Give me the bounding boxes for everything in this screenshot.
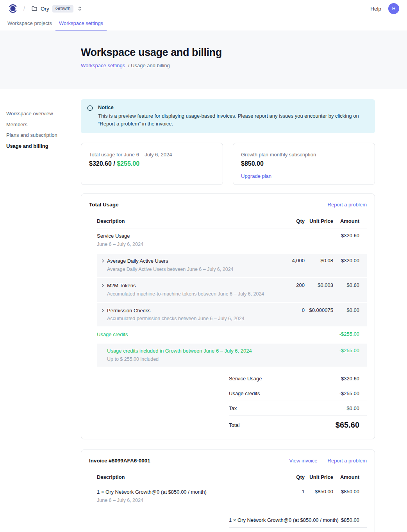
workspace-name: Ory [41,6,49,12]
page-header: Workspace usage and billing Workspace se… [0,30,407,89]
summary-value: $0.00 [346,405,367,411]
breadcrumb-settings-link[interactable]: Workspace settings [81,63,125,68]
row-title: Usage credits [97,331,277,339]
row-qty: 1 [277,489,305,494]
summary-row: Tax $0.00 [229,528,367,532]
invoice-report-problem-link[interactable]: Report a problem [328,458,367,464]
plan-badge: Growth [52,5,74,13]
row-amount: -$255.00 [333,331,367,337]
workspace-tabs: Workspace projects Workspace settings [0,17,407,30]
expand-row-button[interactable] [97,307,107,313]
invoice-table: Description Qty Unit Price Amount 1 × Or… [97,470,367,532]
table-row: Service Usage June 6 – July 6, 2024 $320… [97,229,367,252]
usage-summary: Service Usage $320.60 Usage credits -$25… [229,371,367,430]
row-title: Permission Checks [107,307,245,315]
chevron-right-icon [100,258,105,263]
tab-workspace-settings[interactable]: Workspace settings [55,17,107,30]
usage-report-problem-link[interactable]: Report a problem [328,202,367,208]
sidebar-item-workspace-overview[interactable]: Workspace overview [6,111,77,116]
sidebar-item-usage-and-billing[interactable]: Usage and billing [6,143,77,149]
tab-workspace-projects[interactable]: Workspace projects [4,17,55,30]
col-amount: Amount [333,218,367,224]
workspace-switcher[interactable]: Ory Growth [31,5,82,13]
row-qty: 4,000 [277,258,305,263]
table-row: Average Daily Active Users Average Daily… [97,254,367,277]
usage-included-amount: $255.00 [117,160,139,167]
page-title: Workspace usage and billing [81,47,407,59]
settings-side-nav: Workspace overview Members Plans and sub… [6,111,77,149]
total-value: $65.60 [336,421,367,430]
usage-total-row: Total $65.60 [229,416,367,430]
notice-body: This is a preview feature for displaying… [98,112,368,128]
ory-logo-icon[interactable] [8,4,18,14]
row-unit-price: $0.08 [305,258,333,263]
row-amount: -$255.00 [333,348,367,353]
row-unit-price: $0.003 [305,282,333,288]
preview-notice: Notice This is a preview feature for dis… [81,99,375,133]
row-amount: $0.00 [333,307,367,313]
summary-row: Usage credits -$255.00 [229,386,367,401]
row-title: Service Usage [97,233,277,240]
row-title: Average Daily Active Users [107,258,234,265]
invoice-summary: 1 × Ory Network Growth@0 (at $850.00 / m… [229,513,367,532]
summary-label: 1 × Ory Network Growth@0 (at $850.00 / m… [229,517,339,523]
upgrade-plan-link[interactable]: Upgrade plan [241,173,271,179]
usage-separator: / [112,160,117,167]
row-subtitle: Accumulated permission checks between Ju… [107,315,245,322]
row-unit-price: $0.000075 [305,307,333,313]
col-unit-price: Unit Price [305,218,333,224]
row-amount: $0.60 [333,282,367,288]
avatar[interactable]: H [388,3,399,14]
notice-title: Notice [98,104,368,111]
chevron-right-icon [100,283,105,288]
table-row: 1 × Ory Network Growth@0 (at $850.00 / m… [97,485,367,508]
main-content: Notice This is a preview feature for dis… [81,99,375,532]
expand-row-button[interactable] [97,258,107,263]
col-unit-price: Unit Price [305,474,333,480]
sidebar-item-plans-and-subscription[interactable]: Plans and subscription [6,132,77,138]
breadcrumb-separator: / [23,5,25,12]
sidebar-item-members[interactable]: Members [6,122,77,127]
table-row: Usage credits -$255.00 [97,328,367,342]
summary-label: Service Usage [229,376,262,382]
plan-subscription-label: Growth plan monthly subscription [241,152,367,158]
expand-row-button[interactable] [97,282,107,288]
col-description: Description [97,474,277,480]
billing-summary-cards: Total usage for June 6 – July 6, 2024 $3… [81,143,375,185]
top-bar: / Ory Growth Help H [0,0,407,17]
row-qty: 200 [277,282,305,288]
usage-table-header: Description Qty Unit Price Amount [97,214,367,229]
invoice-table-header: Description Qty Unit Price Amount [97,470,367,485]
summary-row: Service Usage $320.60 [229,371,367,386]
breadcrumb-current: / Usage and billing [128,63,170,68]
row-subtitle: Accumulated machine-to-machine tokens be… [107,291,264,298]
row-subtitle: Up to $ 255.00 included [107,356,277,363]
row-title: Usage credits included in Growth between… [107,348,277,355]
invoice-panel-title: Invoice #8099AFA6-0001 [89,458,150,464]
usage-panel-title: Total Usage [89,202,119,208]
plan-subscription-amount: $850.00 [241,160,367,167]
help-link[interactable]: Help [370,6,381,12]
row-amount: $320.60 [333,233,367,238]
total-label: Total [229,422,239,428]
unfold-selector-icon[interactable] [77,6,82,11]
row-amount: $320.00 [333,258,367,263]
usage-used-amount: $320.60 [89,160,112,167]
summary-row: Tax $0.00 [229,401,367,416]
summary-row: 1 × Ory Network Growth@0 (at $850.00 / m… [229,513,367,528]
row-amount: $850.00 [333,489,367,494]
summary-label: Usage credits [229,390,260,396]
col-description: Description [97,218,277,224]
info-icon [87,105,93,128]
summary-label: Tax [229,405,237,411]
row-subtitle: June 6 – July 6, 2024 [97,241,277,248]
summary-value: $850.00 [341,517,367,523]
view-invoice-link[interactable]: View invoice [289,458,318,464]
breadcrumb: Workspace settings / Usage and billing [81,63,407,68]
plan-subscription-card: Growth plan monthly subscription $850.00… [233,143,375,185]
total-usage-label: Total usage for June 6 – July 6, 2024 [89,152,215,158]
col-qty: Qty [277,474,305,480]
row-qty: 0 [277,307,305,313]
folder-icon [31,5,37,12]
total-usage-card: Total usage for June 6 – July 6, 2024 $3… [81,143,223,185]
